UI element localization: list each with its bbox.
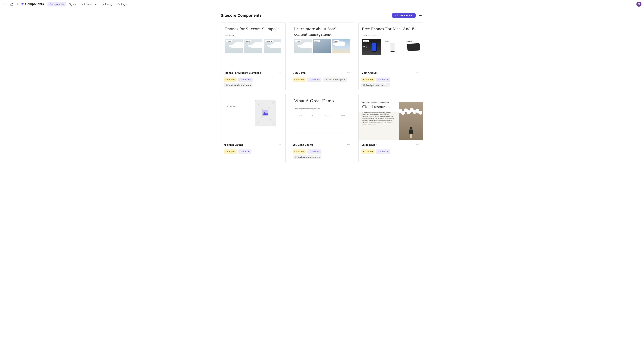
- database-icon: [294, 156, 296, 158]
- tab-settings[interactable]: Settings: [115, 2, 129, 6]
- svg-point-29: [349, 145, 350, 145]
- top-nav: Components Components Styles Data source…: [0, 0, 644, 8]
- database-icon: [226, 84, 228, 86]
- svg-point-18: [349, 73, 350, 73]
- svg-point-6: [4, 5, 4, 5]
- tab-styles[interactable]: Styles: [67, 2, 78, 6]
- preview-tag: Apple: [226, 40, 232, 42]
- svg-point-14: [280, 73, 281, 73]
- nav-tabs: Components Styles Data sources Publishin…: [48, 2, 129, 6]
- preview-brand: Samsung: [326, 115, 332, 117]
- status-badge: Changed: [362, 77, 374, 82]
- card-title: Meet And Eat: [362, 71, 377, 74]
- card-more-button[interactable]: [346, 70, 351, 76]
- preview-image: [399, 102, 423, 140]
- datasource-badge: Multiple data sources: [224, 83, 252, 87]
- preview-subtext: Sample copy.: [225, 34, 281, 36]
- component-card[interactable]: This is a test Milliman Banner C: [221, 94, 286, 162]
- svg-point-31: [416, 145, 417, 145]
- page-more-button[interactable]: [418, 12, 423, 18]
- status-badge: Changed: [293, 149, 306, 154]
- card-preview: Free Phones For Meet And Eat Holding for…: [358, 22, 423, 68]
- tab-data-sources[interactable]: Data sources: [79, 2, 98, 6]
- svg-point-32: [417, 145, 418, 145]
- versions-badge: 2 versions: [307, 149, 321, 154]
- datasource-badge: Multiple data sources: [293, 155, 322, 159]
- component-card[interactable]: What A Great Demo Wow. I hope this has b…: [290, 94, 354, 162]
- component-card[interactable]: CREATING DIGITAL EXPERIENCES Cloud resou…: [358, 94, 423, 162]
- versions-badge: 2 versions: [307, 77, 321, 82]
- versions-badge: 4 versions: [376, 149, 390, 154]
- svg-point-26: [280, 145, 281, 145]
- datasource-badge: Multiple data sources: [362, 83, 390, 87]
- home-icon[interactable]: [9, 1, 14, 7]
- more-horizontal-icon: [347, 143, 350, 146]
- preview-subtext: Holding for applause.: [362, 34, 423, 36]
- svg-point-30: [295, 156, 296, 157]
- preview-brand: Apple: [299, 115, 302, 117]
- more-horizontal-icon: [416, 143, 419, 146]
- component-card[interactable]: Free Phones For Meet And Eat Holding for…: [358, 22, 423, 90]
- svg-point-17: [348, 73, 349, 73]
- card-preview: Learn more about SaaS content management…: [290, 22, 354, 68]
- card-preview: What A Great Demo Wow. I hope this has b…: [290, 94, 354, 140]
- svg-point-9: [419, 15, 420, 16]
- card-more-button[interactable]: [414, 142, 420, 148]
- tab-components[interactable]: Components: [48, 2, 66, 6]
- tab-publishing[interactable]: Publishing: [99, 2, 115, 6]
- more-horizontal-icon: [347, 71, 350, 74]
- avatar[interactable]: TT: [636, 1, 642, 7]
- component-card[interactable]: Learn more about SaaS content management…: [290, 22, 354, 90]
- svg-point-8: [6, 5, 6, 5]
- svg-point-20: [417, 73, 418, 73]
- svg-point-13: [279, 73, 280, 73]
- preview-tag: Article: [295, 40, 301, 42]
- svg-point-1: [5, 3, 6, 3]
- card-preview: CREATING DIGITAL EXPERIENCES Cloud resou…: [358, 94, 423, 140]
- apps-icon[interactable]: [2, 1, 8, 7]
- versions-badge: 2 versions: [376, 77, 390, 82]
- svg-point-11: [421, 15, 422, 16]
- svg-point-10: [420, 15, 421, 16]
- card-title: Milliman Banner: [224, 143, 243, 146]
- database-icon: [363, 84, 366, 86]
- preview-tag: Apple: [384, 40, 390, 42]
- status-badge: Changed: [293, 77, 306, 82]
- card-more-button[interactable]: [414, 70, 420, 76]
- chevron-right-icon: [16, 1, 19, 7]
- svg-point-0: [4, 3, 4, 3]
- preview-eyebrow: CREATING DIGITAL EXPERIENCES: [362, 102, 397, 103]
- preview-heading: Learn more about SaaS content management: [294, 26, 350, 37]
- preview-extra-text: ne 9: [363, 45, 367, 48]
- svg-point-16: [348, 73, 348, 73]
- preview-left-text: This is a test: [226, 100, 250, 107]
- card-title: You Can't See Me: [293, 143, 314, 146]
- card-title: BVC Demo: [293, 71, 306, 74]
- card-more-button[interactable]: [346, 142, 351, 148]
- page-header: Sitecore Components Add component: [221, 12, 423, 18]
- preview-heading: Phones for Sitecore Stampede: [225, 26, 281, 31]
- svg-point-21: [418, 73, 419, 73]
- braces-icon: [325, 79, 327, 81]
- brand-label: Components: [25, 2, 44, 6]
- status-badge: Changed: [224, 149, 237, 154]
- svg-point-4: [5, 4, 6, 4]
- versions-badge: 2 versions: [238, 77, 252, 82]
- svg-point-33: [418, 145, 419, 145]
- more-horizontal-icon: [416, 71, 419, 74]
- add-component-button[interactable]: Add component: [392, 12, 416, 18]
- brand-logo-icon: [21, 2, 24, 6]
- card-more-button[interactable]: [277, 142, 282, 148]
- page-title: Sitecore Components: [221, 13, 262, 18]
- more-horizontal-icon: [278, 143, 281, 146]
- more-horizontal-icon: [278, 71, 281, 74]
- card-title: Large teaser: [362, 143, 376, 146]
- component-card[interactable]: Phones for Sitecore Stampede Sample copy…: [221, 22, 286, 90]
- brand[interactable]: Components: [21, 2, 44, 6]
- status-badge: Changed: [362, 149, 374, 154]
- svg-point-22: [364, 84, 365, 85]
- preview-tag: Samsung: [405, 40, 413, 42]
- svg-point-5: [6, 4, 6, 4]
- card-more-button[interactable]: [277, 70, 282, 76]
- more-horizontal-icon: [419, 14, 422, 17]
